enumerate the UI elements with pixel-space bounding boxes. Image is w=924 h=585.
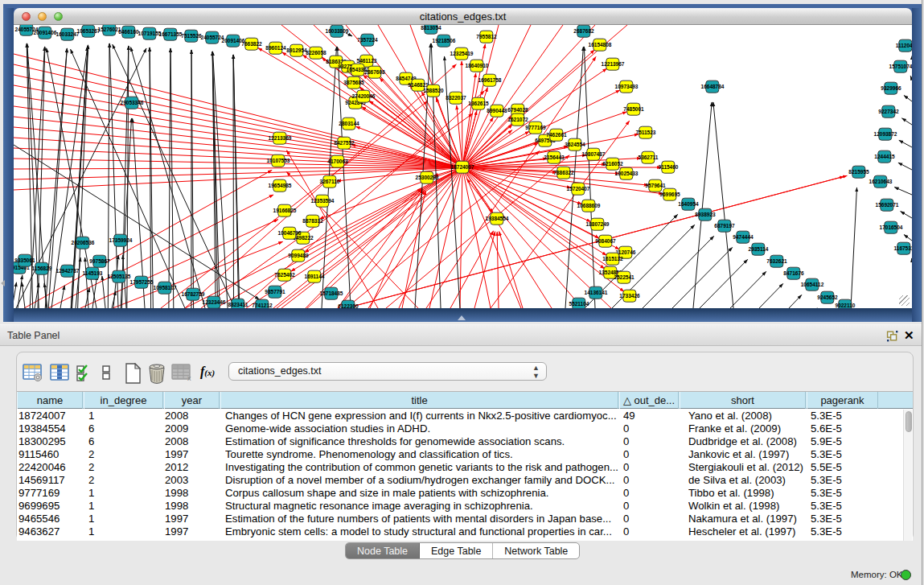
svg-text:x: x: [187, 374, 191, 382]
